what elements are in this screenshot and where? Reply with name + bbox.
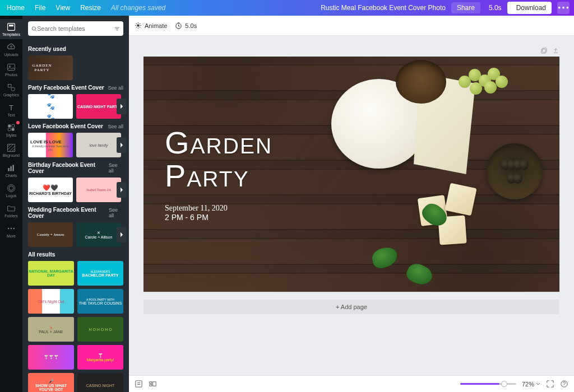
template-thumb[interactable]: 🐾🐾🐾 <box>28 94 73 119</box>
svg-point-23 <box>32 26 35 30</box>
svg-point-8 <box>11 87 15 91</box>
section-wedding: Wedding Facebook Event Cover <box>28 207 109 219</box>
svg-point-6 <box>9 66 10 67</box>
template-thumb[interactable]: 🍸Margarita party! <box>77 345 123 370</box>
svg-point-21 <box>11 227 12 228</box>
template-thumb[interactable]: CASINO NIGHT <box>77 373 123 392</box>
template-thumb[interactable]: LOVE IS LOVE A friendly reminder from us… <box>28 133 73 157</box>
section-love: Love Facebook Event Cover <box>28 123 103 129</box>
animate-button[interactable]: Animate <box>135 22 167 29</box>
animate-icon <box>135 22 142 29</box>
svg-rect-14 <box>8 144 15 151</box>
scroll-right[interactable] <box>117 99 127 114</box>
rail-graphics[interactable]: Graphics <box>0 80 22 100</box>
see-all[interactable]: See all <box>109 207 123 218</box>
template-thumb[interactable]: NATIONAL MARGARITA DAY <box>28 261 74 286</box>
search-input[interactable] <box>37 25 114 32</box>
rail-logos[interactable]: Logos <box>0 180 22 200</box>
rail-templates[interactable]: Templates <box>0 19 22 39</box>
svg-rect-10 <box>8 124 11 127</box>
grid-icon[interactable] <box>149 380 157 388</box>
svg-rect-4 <box>9 25 13 26</box>
templates-panel: Recently used GARDEN PARTY Party Faceboo… <box>22 16 129 392</box>
svg-rect-15 <box>8 168 9 171</box>
scroll-right[interactable] <box>117 182 127 198</box>
svg-rect-13 <box>12 128 15 130</box>
share-button[interactable]: Share <box>451 2 480 13</box>
zoom-slider[interactable] <box>460 383 516 385</box>
home-button[interactable]: Home <box>4 4 25 12</box>
template-thumb[interactable]: ❤️🖤RICHARD'S BIRTHDAY <box>28 178 73 202</box>
see-all[interactable]: See all <box>108 124 123 129</box>
fullscreen-icon[interactable] <box>546 380 554 388</box>
top-bar: Home File View Resize All changes saved … <box>0 0 574 16</box>
see-all[interactable]: See all <box>109 162 123 174</box>
see-all[interactable]: See all <box>108 85 123 91</box>
template-thumb[interactable]: GARDEN PARTY <box>28 55 73 80</box>
template-thumb[interactable]: A POOL PARTY WITHTHE TAYLOR COUSINS <box>77 289 123 314</box>
artboard[interactable]: GardenParty September 11, 2020 2 PM - 6 … <box>144 57 559 292</box>
bottom-bar: 72% <box>129 375 574 392</box>
filter-icon[interactable] <box>114 25 120 32</box>
page-actions <box>144 47 559 54</box>
rail-text[interactable]: TText <box>0 100 22 120</box>
rail-styles[interactable]: Styles <box>0 120 22 140</box>
svg-rect-26 <box>541 49 545 53</box>
search-icon <box>31 25 37 32</box>
rail-uploads[interactable]: Uploads <box>0 39 22 59</box>
template-thumb[interactable]: 🎤SHOW US WHAT YOU'VE GOT <box>28 373 74 392</box>
svg-rect-28 <box>136 381 142 387</box>
svg-rect-29 <box>150 382 152 384</box>
template-thumb[interactable]: H O H O H O <box>77 317 123 342</box>
play-button[interactable]: 5.0s <box>486 4 502 12</box>
rail-more[interactable]: More <box>0 221 22 241</box>
svg-rect-12 <box>8 128 11 130</box>
template-thumb[interactable]: 🍸🍸🍸 <box>28 345 74 370</box>
grapes <box>459 59 537 109</box>
template-thumb[interactable]: 🦌PAUL + JANE <box>28 317 74 342</box>
svg-point-0 <box>558 7 561 9</box>
rail-folders[interactable]: Folders <box>0 200 22 221</box>
template-thumb[interactable]: love family <box>76 133 121 157</box>
menu-resize[interactable]: Resize <box>80 4 101 12</box>
bowl-dip <box>396 60 446 104</box>
event-time: 2 PM - 6 PM <box>165 213 272 222</box>
title-block[interactable]: GardenParty September 11, 2020 2 PM - 6 … <box>165 127 272 222</box>
svg-point-2 <box>566 7 568 9</box>
add-page-button[interactable]: + Add page <box>144 300 559 314</box>
svg-point-20 <box>8 227 9 228</box>
svg-point-19 <box>8 184 15 192</box>
scroll-right[interactable] <box>117 227 127 242</box>
template-thumb[interactable]: Isabel Turns 24 <box>76 178 121 202</box>
svg-point-18 <box>9 186 13 190</box>
rail-photos[interactable]: Photos <box>0 59 22 80</box>
svg-rect-31 <box>153 382 156 386</box>
svg-rect-17 <box>12 165 13 171</box>
svg-rect-7 <box>8 84 11 87</box>
rail-charts[interactable]: Charts <box>0 160 22 180</box>
copy-page-icon[interactable] <box>540 47 548 54</box>
svg-rect-16 <box>10 166 11 171</box>
upload-page-icon[interactable] <box>552 47 559 54</box>
template-thumb[interactable]: ✕Carole + Allison <box>76 222 121 247</box>
menu-view[interactable]: View <box>55 4 70 12</box>
document-title[interactable]: Rustic Meal Facebook Event Cover Photo <box>321 4 446 12</box>
notes-icon[interactable] <box>135 380 143 388</box>
help-icon[interactable] <box>560 380 568 388</box>
scroll-right[interactable] <box>117 137 127 153</box>
timing-button[interactable]: 5.0s <box>175 22 197 29</box>
template-thumb[interactable]: CASINO NIGHT PARTY <box>76 94 121 119</box>
section-recent: Recently used <box>28 46 66 52</box>
svg-text:T: T <box>9 103 13 111</box>
template-thumb[interactable]: Cassidy + Jensen <box>28 222 73 247</box>
more-button[interactable] <box>557 2 570 14</box>
side-rail: Templates Uploads Photos Graphics TText … <box>0 16 22 392</box>
menu-file[interactable]: File <box>35 4 45 12</box>
rail-bkground[interactable]: Bkground <box>0 140 22 160</box>
download-button[interactable]: Download <box>507 2 552 14</box>
zoom-value[interactable]: 72% <box>522 381 540 388</box>
template-thumb[interactable]: Girl's Night Out <box>28 289 74 314</box>
svg-rect-5 <box>8 64 15 70</box>
search-input-wrap[interactable] <box>28 21 123 36</box>
template-thumb[interactable]: ALEXANDER'SBACHELOR PARTY <box>77 261 123 286</box>
